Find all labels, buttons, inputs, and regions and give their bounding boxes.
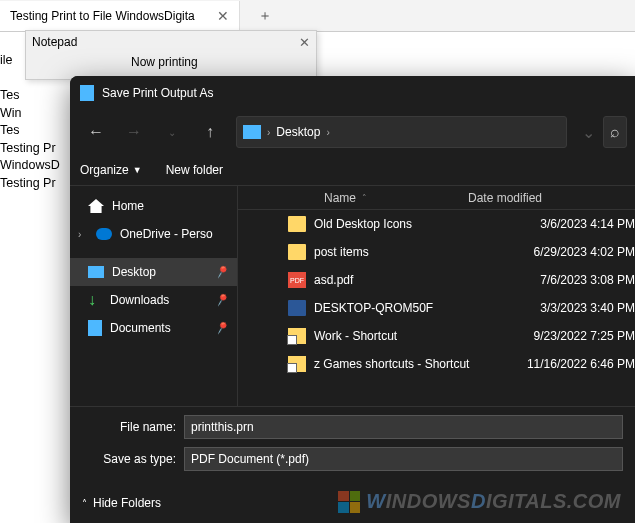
file-date: 3/3/2023 3:40 PM [540, 301, 635, 315]
dialog-body: Home › OneDrive - Perso Desktop 📍 ↓ Down… [70, 186, 635, 406]
shortcut-icon [288, 328, 306, 344]
popup-title: Notepad [32, 35, 77, 49]
file-row[interactable]: DESKTOP-QROM50F3/3/2023 3:40 PM [238, 294, 635, 322]
chevron-right-icon[interactable]: › [324, 127, 331, 138]
address-bar[interactable]: › Desktop › [236, 116, 567, 148]
back-button[interactable]: ← [78, 116, 114, 148]
pdf-icon: PDF [288, 272, 306, 288]
popup-close-icon[interactable]: ✕ [299, 35, 310, 50]
document-icon [80, 85, 94, 101]
filetype-select[interactable] [184, 447, 623, 471]
file-name: Work - Shortcut [314, 329, 534, 343]
documents-icon [88, 320, 102, 336]
hide-folders-label: Hide Folders [93, 496, 161, 510]
shortcut-icon [288, 356, 306, 372]
column-name[interactable]: Name ˄ [238, 191, 468, 205]
new-folder-button[interactable]: New folder [166, 163, 223, 177]
file-row[interactable]: z Games shortcuts - Shortcut11/16/2022 6… [238, 350, 635, 378]
hide-folders-button[interactable]: ˄ Hide Folders [82, 496, 161, 510]
pin-icon: 📍 [212, 262, 232, 282]
popup-titlebar: Notepad ✕ [26, 31, 316, 53]
file-name: z Games shortcuts - Shortcut [314, 357, 527, 371]
nav-onedrive[interactable]: › OneDrive - Perso [70, 220, 237, 248]
filename-label: File name: [82, 420, 184, 434]
dialog-titlebar: Save Print Output As [70, 76, 635, 110]
file-row[interactable]: PDFasd.pdf7/6/2023 3:08 PM [238, 266, 635, 294]
notepad-tab[interactable]: Testing Print to File WindowsDigita ✕ [0, 1, 240, 31]
file-name: DESKTOP-QROM50F [314, 301, 540, 315]
organize-label: Organize [80, 163, 129, 177]
popup-status: Now printing [26, 53, 316, 69]
file-date: 6/29/2023 4:02 PM [534, 245, 635, 259]
refresh-button[interactable]: ⌄ [575, 116, 601, 148]
column-label: Date modified [468, 191, 542, 205]
nav-desktop[interactable]: Desktop 📍 [70, 258, 237, 286]
column-date[interactable]: Date modified [468, 191, 635, 205]
column-headers: Name ˄ Date modified [238, 186, 635, 210]
search-box[interactable]: ⌕ [603, 116, 627, 148]
nav-downloads[interactable]: ↓ Downloads 📍 [70, 286, 237, 314]
expand-icon[interactable]: › [78, 229, 88, 240]
file-date: 11/16/2022 6:46 PM [527, 357, 635, 371]
nav-home[interactable]: Home [70, 192, 237, 220]
tab-bar: Testing Print to File WindowsDigita ✕ ＋ [0, 0, 635, 32]
tab-label: Testing Print to File WindowsDigita [10, 9, 195, 23]
chevron-right-icon[interactable]: › [265, 127, 272, 138]
file-date: 9/23/2022 7:25 PM [534, 329, 635, 343]
now-printing-popup: Notepad ✕ Now printing [25, 30, 317, 80]
organize-menu[interactable]: Organize ▼ [80, 163, 142, 177]
file-row[interactable]: post items6/29/2023 4:02 PM [238, 238, 635, 266]
toolbar: Organize ▼ New folder [70, 154, 635, 186]
file-name: Old Desktop Icons [314, 217, 540, 231]
desktop-icon [88, 266, 104, 278]
folder-icon [288, 244, 306, 260]
save-dialog: Save Print Output As ← → ⌄ ↑ › Desktop ›… [70, 76, 635, 523]
navigation-pane: Home › OneDrive - Perso Desktop 📍 ↓ Down… [70, 186, 238, 406]
inputs-section: File name: Save as type: [70, 406, 635, 483]
up-button[interactable]: ↑ [192, 116, 228, 148]
new-tab-button[interactable]: ＋ [258, 7, 272, 25]
file-row[interactable]: Old Desktop Icons3/6/2023 4:14 PM [238, 210, 635, 238]
column-label: Name [324, 191, 356, 205]
file-name: asd.pdf [314, 273, 540, 287]
home-icon [88, 199, 104, 213]
chevron-up-icon: ˄ [82, 498, 87, 509]
recent-dropdown[interactable]: ⌄ [154, 116, 190, 148]
chevron-down-icon: ▼ [133, 165, 142, 175]
watermark: WINDOWSDIGITALS.COM [338, 490, 621, 513]
filename-input[interactable] [184, 415, 623, 439]
nav-label: Desktop [112, 265, 156, 279]
tab-close-icon[interactable]: ✕ [217, 8, 229, 24]
pc-icon [288, 300, 306, 316]
file-name: post items [314, 245, 534, 259]
breadcrumb-desktop[interactable]: Desktop [272, 125, 324, 139]
file-row[interactable]: Work - Shortcut9/23/2022 7:25 PM [238, 322, 635, 350]
pin-icon: 📍 [212, 318, 232, 338]
nav-documents[interactable]: Documents 📍 [70, 314, 237, 342]
dialog-title: Save Print Output As [102, 86, 213, 100]
nav-label: Documents [110, 321, 171, 335]
sort-indicator-icon: ˄ [362, 193, 367, 203]
file-list: Old Desktop Icons3/6/2023 4:14 PMpost it… [238, 210, 635, 406]
folder-icon [288, 216, 306, 232]
nav-bar: ← → ⌄ ↑ › Desktop › ⌄ ⌕ [70, 110, 635, 154]
file-pane: Name ˄ Date modified Old Desktop Icons3/… [238, 186, 635, 406]
forward-button[interactable]: → [116, 116, 152, 148]
windows-logo-icon [338, 491, 360, 513]
pin-icon: 📍 [212, 290, 232, 310]
filetype-label: Save as type: [82, 452, 184, 466]
onedrive-icon [96, 228, 112, 240]
file-date: 7/6/2023 3:08 PM [540, 273, 635, 287]
nav-label: Downloads [110, 293, 169, 307]
desktop-icon [243, 125, 261, 139]
nav-label: OneDrive - Perso [120, 227, 213, 241]
nav-label: Home [112, 199, 144, 213]
new-folder-label: New folder [166, 163, 223, 177]
downloads-icon: ↓ [88, 293, 102, 307]
file-date: 3/6/2023 4:14 PM [540, 217, 635, 231]
